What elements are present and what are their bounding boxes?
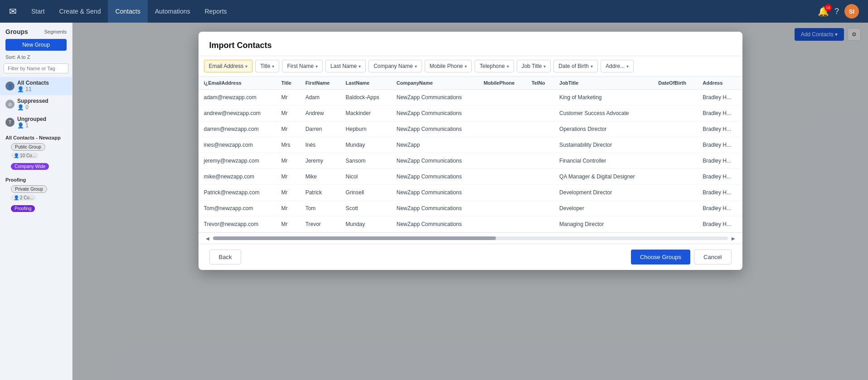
- table-cell: Hepburn: [340, 121, 391, 137]
- filter-input[interactable]: [4, 63, 68, 73]
- ungrouped-icon: T: [5, 118, 15, 127]
- table-cell: [526, 137, 554, 153]
- col-btn-date-of-birth[interactable]: Date of Birth ▾: [553, 60, 598, 72]
- company-wide-tag[interactable]: Company Wide: [11, 163, 49, 170]
- private-group-tag[interactable]: Private Group: [11, 185, 47, 193]
- nav-item-start[interactable]: Start: [24, 0, 52, 23]
- table-cell: Mr: [276, 201, 300, 216]
- sort-label: Sort: A to Z: [0, 54, 72, 63]
- th-title: Title: [276, 77, 300, 90]
- chevron-down-icon: ▾: [507, 64, 509, 69]
- table-cell: NewZapp Communications: [391, 169, 478, 185]
- table-cell: NewZapp Communications: [391, 153, 478, 169]
- table-cell: Trevor@newzapp.com: [199, 216, 276, 232]
- new-group-button[interactable]: New Group: [5, 39, 67, 51]
- table-cell: Sansom: [340, 153, 391, 169]
- table-cell: Bradley H...: [697, 201, 742, 216]
- table-cell: [653, 201, 697, 216]
- th-jobtitle: JobTitle: [554, 77, 653, 90]
- nav-item-reports[interactable]: Reports: [198, 0, 234, 23]
- table-cell: Inés: [300, 137, 340, 153]
- scroll-left-arrow[interactable]: ◀: [204, 235, 211, 242]
- proofing-tag[interactable]: Proofing: [11, 205, 35, 212]
- table-cell: Nicol: [340, 169, 391, 185]
- col-btn-company-name[interactable]: Company Name ▾: [369, 60, 422, 72]
- table-cell: Bradley H...: [697, 169, 742, 185]
- cancel-button[interactable]: Cancel: [694, 250, 731, 265]
- table-cell: Mr: [276, 90, 300, 106]
- col-btn-telephone[interactable]: Telephone ▾: [475, 60, 514, 72]
- table-cell: [478, 106, 526, 121]
- table-cell: [526, 216, 554, 232]
- th-firstname: FirstName: [300, 77, 340, 90]
- table-cell: NewZapp Communications: [391, 106, 478, 121]
- table-row: mike@newzapp.comMrMikeNicolNewZapp Commu…: [199, 169, 742, 185]
- modal-backdrop: Import Contacts Email Address ▾ Title ▾: [73, 23, 868, 380]
- table-cell: Mr: [276, 106, 300, 121]
- table-cell: King of Marketing: [554, 90, 653, 106]
- sidebar-item-all-contacts[interactable]: 👤 All Contacts 👤 11: [0, 77, 72, 95]
- scroll-track[interactable]: [213, 236, 728, 240]
- table-cell: Customer Success Advocate: [554, 106, 653, 121]
- table-cell: [478, 153, 526, 169]
- table-cell: [478, 169, 526, 185]
- col-btn-mobile-phone[interactable]: Mobile Phone ▾: [425, 60, 472, 72]
- table-cell: Bradley H...: [697, 106, 742, 121]
- table-cell: [478, 185, 526, 201]
- chevron-down-icon: ▾: [245, 64, 247, 69]
- table-cell: [526, 201, 554, 216]
- choose-groups-button[interactable]: Choose Groups: [631, 250, 690, 265]
- table-cell: Andrew: [300, 106, 340, 121]
- table-cell: [478, 201, 526, 216]
- nav-item-contacts[interactable]: Contacts: [108, 0, 147, 23]
- col-btn-first-name[interactable]: First Name ▾: [282, 60, 323, 72]
- sidebar-item-ungrouped[interactable]: T Ungrouped 👤 1: [0, 113, 72, 131]
- table-cell: Mr: [276, 216, 300, 232]
- table-cell: Operations Director: [554, 121, 653, 137]
- segments-link[interactable]: Segments: [44, 29, 67, 34]
- contacts-table: i¿EmailAddress Title FirstName LastName …: [199, 77, 742, 232]
- help-button[interactable]: ?: [834, 7, 839, 16]
- table-cell: andrew@newzapp.com: [199, 106, 276, 121]
- top-nav: ✉ Start Create & Send Contacts Automatio…: [0, 0, 868, 23]
- back-button[interactable]: Back: [209, 250, 242, 265]
- th-telno: TelNo: [526, 77, 554, 90]
- nav-item-automations[interactable]: Automations: [148, 0, 198, 23]
- col-btn-title[interactable]: Title ▾: [255, 60, 279, 72]
- table-cell: ines@newzapp.com: [199, 137, 276, 153]
- table-cell: [653, 90, 697, 106]
- col-btn-address[interactable]: Addre... ▾: [601, 60, 634, 72]
- scroll-right-arrow[interactable]: ▶: [730, 235, 737, 242]
- table-cell: Developer: [554, 201, 653, 216]
- th-dob: DateOfBirth: [653, 77, 697, 90]
- table-cell: Grinsell: [340, 185, 391, 201]
- table-cell: [653, 185, 697, 201]
- table-cell: jeremy@newzapp.com: [199, 153, 276, 169]
- col-btn-last-name[interactable]: Last Name ▾: [325, 60, 366, 72]
- table-cell: Adam: [300, 90, 340, 106]
- table-row: darren@newzapp.comMrDarrenHepburnNewZapp…: [199, 121, 742, 137]
- table-cell: Munday: [340, 137, 391, 153]
- col-btn-job-title[interactable]: Job Title ▾: [517, 60, 551, 72]
- chevron-down-icon: ▾: [626, 64, 629, 69]
- table-row: jeremy@newzapp.comMrJeremySansomNewZapp …: [199, 153, 742, 169]
- table-cell: [653, 169, 697, 185]
- notifications-button[interactable]: 🔔 16: [818, 6, 829, 17]
- th-mobile: MobilePhone: [478, 77, 526, 90]
- import-contacts-modal: Import Contacts Email Address ▾ Title ▾: [199, 32, 742, 270]
- modal-body: Email Address ▾ Title ▾ First Name ▾ L: [199, 56, 742, 244]
- table-cell: [526, 185, 554, 201]
- th-email: i¿EmailAddress: [199, 77, 276, 90]
- table-cell: Mr: [276, 185, 300, 201]
- sidebar-item-suppressed[interactable]: ⊘ Suppressed 👤 0: [0, 95, 72, 113]
- public-group-tag[interactable]: Public Group: [11, 143, 45, 151]
- table-cell: Trevor: [300, 216, 340, 232]
- table-cell: Mrs: [276, 137, 300, 153]
- table-cell: [526, 153, 554, 169]
- nav-item-create-send[interactable]: Create & Send: [52, 0, 108, 23]
- col-btn-email[interactable]: Email Address ▾: [204, 60, 253, 72]
- horizontal-scrollbar[interactable]: ◀ ▶: [199, 232, 742, 244]
- mail-icon: ✉: [9, 6, 17, 17]
- chevron-down-icon: ▾: [465, 64, 467, 69]
- avatar[interactable]: SI: [844, 4, 859, 19]
